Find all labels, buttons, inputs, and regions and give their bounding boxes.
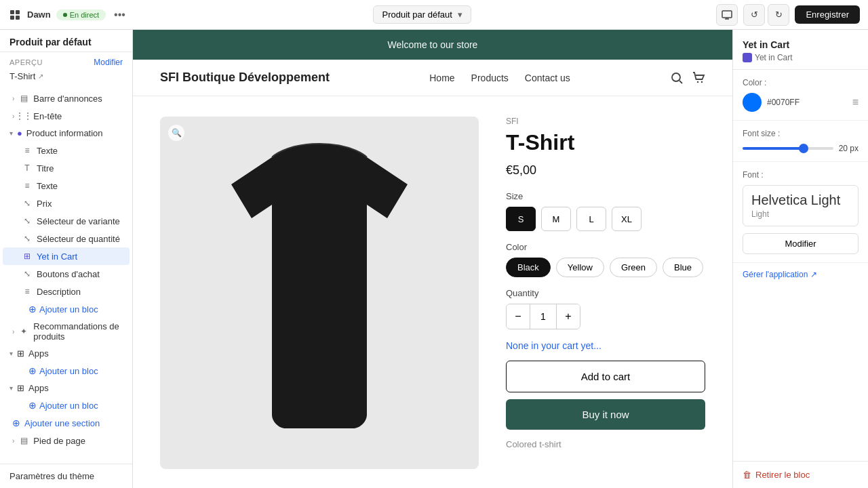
add-block-btn-1[interactable]: ⊕ Ajouter un bloc [0,300,132,318]
right-panel-header: Yet in Cart Yet in Cart [733,30,868,70]
size-btn-s[interactable]: S [506,207,536,231]
texte1-icon: ≡ [22,145,33,156]
nav-link-contact[interactable]: Contact us [525,73,570,83]
app-link-text: Gérer l'application [743,270,808,279]
font-style: Light [751,209,850,219]
sidebar-store-title: Produit par défaut [9,37,92,47]
chevron-down-icon: ▾ [9,129,13,137]
svg-rect-1 [16,10,20,14]
top-bar: Dawn En direct ••• Produit par défaut ▾ … [0,0,868,30]
color-swatch[interactable] [743,93,762,112]
remove-bloc-btn[interactable]: 🗑 Retirer le bloc [733,461,868,488]
font-display: Helvetica Light Light [743,185,859,226]
sidebar-item-apps2[interactable]: ▾ ⊞ Apps [0,380,132,396]
product-section: 🔍 SFI T-Shirt €5,00 Size S M [133,96,732,488]
grid-icon[interactable] [8,8,22,22]
quantity-control: − 1 + [506,304,580,329]
sidebar-header: Produit par défaut [0,30,132,52]
size-options: S M L XL [506,207,705,231]
font-size-slider[interactable] [743,147,833,150]
more-options-btn[interactable]: ••• [111,6,128,24]
size-btn-m[interactable]: M [541,207,571,231]
store-nav: SFI Boutique Développement Home Products… [133,60,732,96]
product-title: T-Shirt [506,130,705,155]
size-btn-xl[interactable]: XL [612,207,642,231]
sidebar-item-pied[interactable]: › ▤ Pied de page [3,432,130,449]
save-button[interactable]: Enregistrer [795,5,860,24]
chevron-right-icon: › [12,95,14,102]
sidebar-item-description[interactable]: ≡ Description [3,283,130,300]
color-section-label: Color : [743,78,859,87]
sidebar-item-recommendations[interactable]: › ✦ Recommandations de produits [3,318,130,345]
right-panel-title: Yet in Cart [743,39,859,50]
description-icon: ≡ [22,286,33,297]
store-logo: SFI Boutique Développement [160,70,330,85]
quantity-decrease-btn[interactable]: − [507,304,530,329]
titre-label: Titre [37,163,54,174]
font-size-row: 20 px [743,144,859,153]
add-section-btn[interactable]: ⊕ Ajouter une section [3,414,130,432]
sidebar-item-texte1[interactable]: ≡ Texte [3,142,130,159]
product-brand: SFI [506,117,705,126]
undo-btn[interactable]: ↺ [743,4,765,26]
texte2-label: Texte [37,181,58,191]
color-more-btn[interactable]: ≡ [852,96,859,108]
sidebar-item-boutons[interactable]: ⤡ Boutons d'achat [3,265,130,283]
recommendations-label: Recommandations de produits [33,321,120,342]
size-btn-l[interactable]: L [576,207,606,231]
tshirt-label: T-Shirt [9,71,35,81]
nav-link-home[interactable]: Home [429,73,454,83]
monitor-icon[interactable] [716,4,738,26]
sidebar-item-apps1[interactable]: ▾ ⊞ Apps [0,345,132,362]
sidebar-item-variante[interactable]: ⤡ Sélecteur de variante [3,212,130,230]
plus-icon-3: ⊕ [28,400,37,411]
color-btn-green[interactable]: Green [610,258,657,277]
sidebar-item-yet-in-cart[interactable]: ⊞ Yet in Cart [3,247,130,265]
product-price: €5,00 [506,163,705,178]
buy-now-btn[interactable]: Buy it now [506,399,705,430]
sidebar-item-texte2[interactable]: ≡ Texte [3,177,130,195]
cart-icon[interactable] [692,71,705,85]
preview-area: Welcome to our store SFI Boutique Dévelo… [133,30,732,488]
svg-rect-2 [10,16,14,20]
svg-rect-0 [10,10,14,14]
sidebar-item-quantite[interactable]: ⤡ Sélecteur de quantité [3,230,130,247]
colored-tshirt-text: Colored t-shirt [506,439,705,449]
add-block-btn-2[interactable]: ⊕ Ajouter un bloc [0,362,132,380]
nav-link-products[interactable]: Products [471,73,509,83]
app-link[interactable]: Gérer l'application ↗ [733,263,868,286]
svg-point-8 [701,81,703,82]
theme-selector[interactable]: Produit par défaut ▾ [373,5,471,24]
color-label: Color [506,242,705,252]
color-display: #0070FF ≡ [743,93,859,112]
sidebar-footer: Paramètres du thème [0,464,132,488]
sidebar-item-product-info[interactable]: ▾ ● Product information [0,125,132,142]
font-modifier-btn[interactable]: Modifier [743,233,859,254]
variante-label: Sélecteur de variante [37,216,120,226]
sidebar-item-entete[interactable]: › ⋮⋮ En-tête [3,107,130,125]
font-size-label: Font size : [743,129,859,138]
quantity-increase-btn[interactable]: + [557,304,580,329]
modifier-link[interactable]: Modifier [94,58,123,67]
add-block-btn-3[interactable]: ⊕ Ajouter un bloc [0,396,132,414]
undo-redo-group: ↺ ↻ [743,4,789,26]
store-preview: Welcome to our store SFI Boutique Dévelo… [133,30,732,488]
product-info-icon: ● [17,128,22,138]
search-icon[interactable] [670,71,684,85]
chevron-down-icon: ▾ [9,384,13,392]
color-btn-yellow[interactable]: Yellow [556,258,604,277]
status-label: En direct [70,11,99,19]
sidebar-item-prix[interactable]: ⤡ Prix [3,195,130,212]
svg-line-6 [679,81,682,83]
redo-btn[interactable]: ↻ [768,4,789,26]
quantity-label: Quantity [506,288,705,298]
add-to-cart-btn[interactable]: Add to cart [506,361,705,392]
settings-link[interactable]: Paramètres du thème [9,471,94,481]
variante-icon: ⤡ [22,216,33,226]
zoom-icon[interactable]: 🔍 [168,125,184,141]
sidebar-item-barre[interactable]: › ▤ Barre d'annonces [3,89,130,107]
sidebar-item-titre[interactable]: T Titre [3,159,130,177]
color-btn-blue[interactable]: Blue [663,258,703,277]
color-btn-black[interactable]: Black [506,258,551,277]
size-label: Size [506,191,705,201]
